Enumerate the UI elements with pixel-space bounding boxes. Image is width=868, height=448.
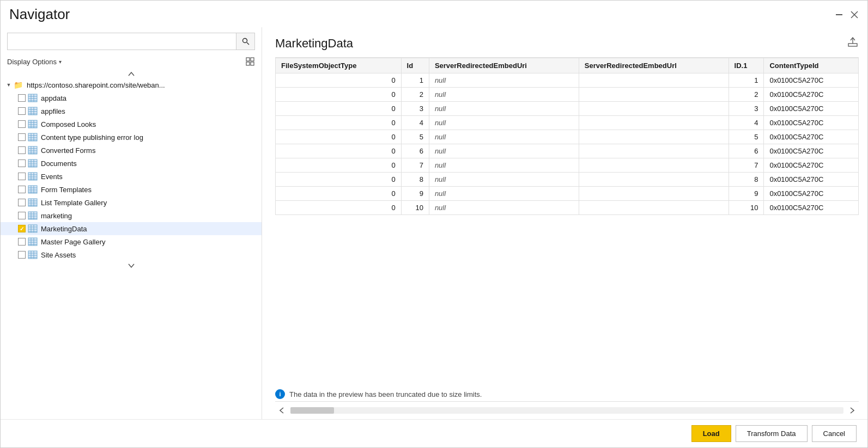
checkbox-documents[interactable] — [18, 159, 26, 167]
checkbox-appdata[interactable] — [18, 94, 26, 102]
cell-r9-c3 — [579, 201, 729, 215]
checkbox-marketing-data[interactable] — [18, 225, 26, 232]
tree-item-events[interactable]: Events — [1, 170, 262, 183]
tree-item-marketing[interactable]: marketing — [1, 209, 262, 222]
minimize-button[interactable] — [835, 10, 843, 19]
table-icon-master-page-gallery — [28, 237, 38, 246]
table-row: 06null60x0100C5A270C — [276, 144, 859, 158]
transform-data-button[interactable]: Transform Data — [736, 425, 808, 442]
table-row: 08null80x0100C5A270C — [276, 173, 859, 187]
scroll-left-arrow[interactable] — [275, 405, 288, 416]
tree-item-label-composed-looks: Composed Looks — [41, 120, 96, 128]
table-row: 02null20x0100C5A270C — [276, 88, 859, 102]
cell-r4-c5: 0x0100C5A270C — [764, 130, 859, 144]
scroll-down-arrow[interactable] — [1, 261, 262, 270]
table-icon-documents — [28, 159, 38, 168]
tree-item-master-page-gallery[interactable]: Master Page Gallery — [1, 235, 262, 248]
svg-rect-5 — [246, 58, 250, 61]
dialog-title: Navigator — [9, 6, 70, 23]
scroll-right-arrow[interactable] — [846, 405, 859, 416]
info-icon: i — [275, 389, 285, 399]
checkbox-events[interactable] — [18, 173, 26, 180]
checkbox-form-templates[interactable] — [18, 186, 26, 193]
checkbox-converted-forms[interactable] — [18, 146, 26, 154]
tree-item-site-assets[interactable]: Site Assets — [1, 248, 262, 261]
tree-item-list-template-gallery[interactable]: List Template Gallery — [1, 196, 262, 209]
truncated-text: The data in the preview has been truncat… — [289, 390, 482, 398]
table-icon-form-templates — [28, 185, 38, 194]
tree-item-documents[interactable]: Documents — [1, 157, 262, 170]
cell-r1-c2: null — [429, 88, 579, 102]
checkbox-list-template-gallery[interactable] — [18, 199, 26, 206]
checkbox-site-assets[interactable] — [18, 251, 26, 259]
checkbox-appfiles[interactable] — [18, 107, 26, 115]
scrollbar-thumb — [290, 407, 334, 414]
cancel-button[interactable]: Cancel — [812, 425, 857, 442]
tree-item-label-documents: Documents — [41, 159, 77, 168]
root-url-label: https://contoso.sharepoint.com/site/weba… — [27, 81, 165, 89]
checkbox-master-page-gallery[interactable] — [18, 238, 26, 246]
col-header-serverredirectedembeduri: ServerRedirectedEmbedUri — [429, 58, 579, 73]
cell-r2-c1: 3 — [401, 102, 429, 116]
cell-r5-c4: 6 — [729, 144, 764, 158]
checkbox-marketing[interactable] — [18, 212, 26, 219]
export-icon[interactable] — [847, 36, 859, 51]
cell-r4-c4: 5 — [729, 130, 764, 144]
tree-item-content-type-error[interactable]: Content type publishing error log — [1, 131, 262, 144]
tree-item-label-appfiles: appfiles — [41, 107, 65, 115]
table-icon-content-type-error — [28, 133, 38, 142]
load-button[interactable]: Load — [691, 425, 731, 442]
search-button[interactable] — [236, 33, 254, 50]
cell-r9-c0: 0 — [276, 201, 402, 215]
preview-header: MarketingData — [275, 36, 859, 51]
search-icon — [242, 38, 250, 45]
dialog-footer: Load Transform Data Cancel — [1, 419, 867, 447]
table-icon-converted-forms — [28, 146, 38, 155]
cell-r8-c0: 0 — [276, 187, 402, 201]
tree-items-container: appdata appfiles Composed Looks Content … — [1, 91, 262, 261]
svg-rect-7 — [246, 62, 250, 65]
table-icon-list-template-gallery — [28, 198, 38, 207]
tree-item-appfiles[interactable]: appfiles — [1, 105, 262, 118]
tree-item-marketing-data[interactable]: MarketingData — [1, 222, 262, 235]
cell-r3-c2: null — [429, 116, 579, 130]
collapse-triangle: ▼ — [5, 81, 13, 89]
cell-r6-c2: null — [429, 158, 579, 173]
search-input[interactable] — [8, 33, 236, 50]
display-options-button[interactable]: Display Options ▾ — [7, 58, 62, 66]
cell-r0-c3 — [579, 73, 729, 88]
search-bar — [7, 33, 255, 50]
tree-item-form-templates[interactable]: Form Templates — [1, 183, 262, 196]
col-header-filesystemobjecttype: FileSystemObjectType — [276, 58, 402, 73]
expand-icon[interactable] — [245, 57, 255, 66]
close-button[interactable] — [850, 10, 859, 19]
tree-container[interactable]: ▼ 📁 https://contoso.sharepoint.com/site/… — [1, 70, 262, 419]
cell-r0-c1: 1 — [401, 73, 429, 88]
cell-r9-c2: null — [429, 201, 579, 215]
cell-r6-c5: 0x0100C5A270C — [764, 158, 859, 173]
cell-r8-c3 — [579, 187, 729, 201]
tree-root-item[interactable]: ▼ 📁 https://contoso.sharepoint.com/site/… — [1, 78, 262, 91]
horizontal-scrollbar[interactable] — [290, 407, 843, 414]
tree-item-composed-looks[interactable]: Composed Looks — [1, 118, 262, 131]
data-table-wrapper[interactable]: FileSystemObjectTypeIdServerRedirectedEm… — [275, 57, 859, 384]
col-header-id: Id — [401, 58, 429, 73]
col-header-serverredirectedembedurl: ServerRedirectedEmbedUrl — [579, 58, 729, 73]
tree-item-label-events: Events — [41, 173, 63, 181]
checkbox-composed-looks[interactable] — [18, 120, 26, 128]
cell-r3-c4: 4 — [729, 116, 764, 130]
tree-item-converted-forms[interactable]: Converted Forms — [1, 144, 262, 157]
checkbox-content-type-error[interactable] — [18, 133, 26, 141]
tree-item-label-marketing-data: MarketingData — [41, 225, 87, 233]
tree-item-label-form-templates: Form Templates — [41, 186, 92, 194]
cell-r0-c0: 0 — [276, 73, 402, 88]
display-options-row: Display Options ▾ — [1, 54, 262, 70]
table-icon-appfiles — [28, 107, 38, 115]
cell-r9-c5: 0x0100C5A270C — [764, 201, 859, 215]
tree-item-appdata[interactable]: appdata — [1, 91, 262, 105]
cell-r7-c2: null — [429, 173, 579, 187]
cell-r6-c0: 0 — [276, 158, 402, 173]
scroll-up-arrow[interactable] — [1, 70, 262, 78]
tree-item-label-converted-forms: Converted Forms — [41, 146, 95, 155]
cell-r3-c1: 4 — [401, 116, 429, 130]
